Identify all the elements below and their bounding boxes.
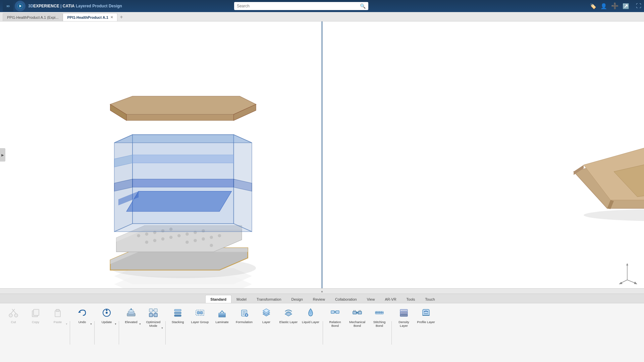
mechanical-bond-label: Mechanical Bond: [348, 320, 367, 328]
toolbar-tab-model[interactable]: Model: [231, 295, 252, 303]
copy-label: Copy: [32, 320, 39, 324]
toolbar-tab-review[interactable]: Review: [308, 295, 330, 303]
toolbar-collapse-handle[interactable]: ▲: [0, 289, 644, 294]
toolbar-tab-touch[interactable]: Touch: [420, 295, 440, 303]
logo-area: 3D: [3, 1, 25, 11]
stitching-bond-tool-button[interactable]: Stitching Bond: [369, 305, 390, 330]
share-icon[interactable]: ↗️: [623, 3, 629, 9]
laminate-tool-button[interactable]: Laminate: [211, 305, 233, 326]
relation-bond-label: Relation Bond: [326, 320, 344, 328]
svg-rect-55: [174, 315, 181, 316]
update-tool-button[interactable]: Update ▼: [96, 305, 117, 326]
sidebar-toggle-arrow[interactable]: ▶: [0, 148, 5, 162]
app-logo[interactable]: 3D: [3, 1, 13, 11]
relation-bond-tool-button[interactable]: Relation Bond: [324, 305, 346, 330]
search-icon[interactable]: 🔍: [360, 3, 366, 9]
optimized-mode-icon: [147, 307, 159, 319]
right-viewport[interactable]: [322, 21, 644, 288]
elastic-layer-label: Elastic Layer: [279, 320, 298, 324]
user-icon[interactable]: 👤: [600, 3, 607, 9]
stacking-tool-button[interactable]: Stacking: [167, 305, 189, 326]
paste-dropdown-arrow: ▼: [65, 323, 68, 325]
left-viewport[interactable]: [0, 21, 322, 288]
svg-rect-34: [34, 309, 39, 315]
toolbar-tab-standard[interactable]: Standard: [205, 295, 231, 303]
svg-line-25: [627, 280, 636, 283]
liquid-layer-tool-button[interactable]: Liquid Layer: [300, 305, 321, 326]
stitching-bond-icon: [373, 307, 385, 319]
toolbar-tab-design[interactable]: Design: [286, 295, 308, 303]
elevated-tool-button[interactable]: Elevated ▼: [120, 305, 142, 326]
tags-icon[interactable]: 🏷️: [590, 3, 596, 9]
layer-tool-button[interactable]: Layer: [256, 305, 277, 326]
optimized-mode-tool-button[interactable]: Optimized Mode ▼: [143, 305, 164, 330]
undo-tool-button[interactable]: Undo ▼: [71, 305, 93, 326]
tab-healthproduct-active[interactable]: PPI1-HealthProduct A.1 ✕: [63, 13, 117, 21]
svg-point-8: [177, 234, 181, 237]
add-icon[interactable]: ➕: [611, 2, 619, 10]
compass-axes: [617, 261, 637, 282]
svg-point-21: [210, 244, 213, 247]
svg-point-15: [153, 239, 157, 242]
search-container: 🔍: [234, 2, 368, 10]
fullscreen-icon[interactable]: ⛶: [636, 3, 641, 9]
layer-group-label: Layer Group: [191, 320, 209, 324]
density-layer-tool-button[interactable]: Density Layer: [393, 305, 415, 330]
search-input[interactable]: [237, 4, 360, 8]
laminate-label: Laminate: [215, 320, 228, 324]
relation-bond-icon: [329, 307, 341, 319]
svg-marker-24: [626, 263, 628, 265]
svg-point-29: [9, 314, 12, 317]
profile-layer-tool-button[interactable]: Profile Layer: [415, 305, 437, 326]
svg-rect-58: [200, 311, 203, 314]
paste-icon: [52, 307, 64, 319]
cut-label: Cut: [11, 320, 16, 324]
svg-rect-46: [154, 309, 157, 312]
svg-rect-43: [129, 310, 133, 312]
svg-rect-69: [331, 311, 334, 313]
profile-layer-icon: [420, 307, 432, 319]
topbar-right: 🏷️ 👤 ➕ ↗️ ⛶: [590, 2, 641, 10]
cut-tool-button[interactable]: Cut: [3, 305, 24, 326]
elastic-layer-tool-button[interactable]: Elastic Layer: [278, 305, 299, 326]
separator-3: [119, 321, 119, 345]
paste-tool-button[interactable]: Paste ▼: [47, 305, 68, 326]
mechanical-bond-tool-button[interactable]: Mechanical Bond: [346, 305, 368, 330]
svg-point-30: [14, 314, 18, 317]
update-label: Update: [102, 320, 112, 324]
toolbar-area: ▲ Standard Model Transformation Design R…: [0, 288, 644, 362]
copy-tool-button[interactable]: Copy: [25, 305, 46, 326]
elastic-layer-icon: [282, 307, 294, 319]
liquid-layer-label: Liquid Layer: [302, 320, 319, 324]
stacking-icon: [172, 307, 184, 319]
stacking-label: Stacking: [172, 320, 184, 324]
formulation-tool-button[interactable]: Formulation: [233, 305, 255, 326]
tab-close-button[interactable]: ✕: [110, 15, 113, 19]
toolbar-tab-ar-vr[interactable]: AR-VR: [380, 295, 401, 303]
toolbar-tab-tools[interactable]: Tools: [401, 295, 420, 303]
layer-group-tool-button[interactable]: Layer Group: [189, 305, 211, 326]
play-controls[interactable]: [15, 1, 25, 11]
svg-rect-57: [197, 311, 200, 314]
toolbar-tab-transformation[interactable]: Transformation: [252, 295, 286, 303]
undo-dropdown-arrow: ▼: [90, 323, 92, 325]
separator-1: [70, 321, 70, 345]
svg-rect-91: [401, 315, 402, 316]
svg-point-74: [356, 312, 357, 313]
tab-healthproduct-explorer[interactable]: PPI1-HealthProduct A.1 (Expi...: [3, 13, 63, 21]
elevated-dropdown-arrow: ▼: [139, 323, 141, 325]
toolbar-tab-collaboration[interactable]: Collaboration: [330, 295, 362, 303]
svg-rect-89: [401, 310, 402, 311]
update-dropdown-arrow: ▼: [114, 323, 117, 325]
svg-point-12: [210, 236, 213, 239]
tab-label-active: PPI1-HealthProduct A.1: [67, 15, 108, 19]
toolbar-tab-view[interactable]: View: [362, 295, 380, 303]
svg-point-75: [357, 312, 359, 313]
tab-add-button[interactable]: +: [117, 13, 125, 21]
separator-6: [391, 321, 392, 345]
svg-point-17: [169, 236, 173, 239]
toolbar-tab-bar: Standard Model Transformation Design Rev…: [0, 294, 644, 303]
svg-point-18: [185, 241, 189, 244]
svg-point-22: [584, 209, 644, 221]
elevated-label: Elevated: [125, 320, 138, 324]
